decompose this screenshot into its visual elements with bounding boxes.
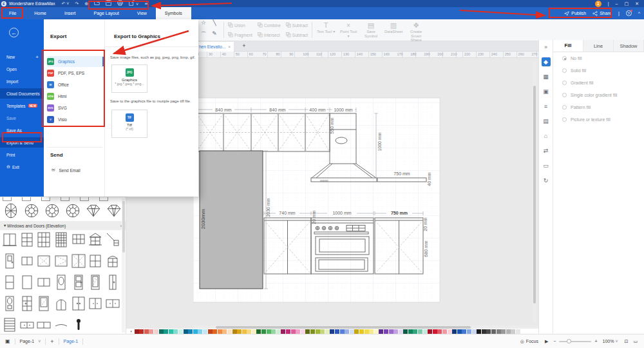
send-email-item[interactable]: ✉ Send Email (52, 168, 80, 173)
active-page-tab[interactable]: Page-1 (64, 339, 79, 343)
layers-icon[interactable]: ≡ (542, 102, 551, 111)
symbol-w2s[interactable] (19, 253, 36, 269)
color-swatch[interactable] (403, 329, 408, 334)
file-menu-item-new[interactable]: New+ (0, 52, 44, 62)
color-swatch[interactable] (340, 329, 345, 334)
symbol-paneld[interactable] (70, 274, 87, 291)
radio-icon[interactable] (562, 68, 567, 73)
symbol-ovali[interactable] (1, 295, 19, 312)
redo-icon[interactable]: ↷ (75, 1, 79, 7)
color-swatch[interactable] (472, 329, 477, 334)
color-swatch[interactable] (281, 329, 285, 334)
file-menu-item-cloud-documents[interactable]: Cloud Documents (0, 88, 44, 99)
symbol-widelow2[interactable] (35, 316, 53, 333)
symbol-ped[interactable] (87, 231, 104, 248)
symbol-w2v[interactable] (1, 274, 19, 291)
zoom-slider[interactable] (559, 341, 591, 342)
symbol-slimd[interactable] (104, 274, 121, 291)
page-thumbnails-icon[interactable]: ▣ (5, 338, 10, 344)
symbol-lamp[interactable] (104, 231, 121, 248)
symbol-wxl[interactable] (70, 253, 87, 269)
floorplan-icon[interactable]: ⌂ (542, 131, 551, 140)
document-tab[interactable]: hen Elevatio...× (196, 42, 234, 52)
color-swatch[interactable] (354, 329, 359, 334)
symbol-gd[interactable] (53, 231, 70, 248)
presentation-play-icon[interactable]: ▶ (545, 339, 548, 344)
color-swatch[interactable] (369, 329, 374, 334)
color-swatch[interactable] (139, 329, 144, 334)
color-swatch[interactable] (184, 329, 188, 334)
color-swatch[interactable] (423, 329, 428, 334)
star-shape-icon[interactable]: ☆ (198, 19, 209, 30)
color-swatch[interactable] (149, 329, 153, 334)
close-tab-icon[interactable]: × (228, 44, 231, 49)
color-swatch[interactable] (144, 329, 149, 334)
symbol-glassd[interactable] (35, 295, 53, 312)
color-swatch[interactable] (521, 329, 526, 334)
file-menu-item-open[interactable]: Open (0, 64, 44, 74)
symbol-archd[interactable] (53, 295, 70, 312)
share-button[interactable]: Share (592, 11, 612, 16)
color-swatch[interactable] (203, 329, 207, 334)
symbol-g23[interactable] (70, 231, 87, 248)
fill-option-solid-fill[interactable]: Solid fill (553, 64, 644, 77)
color-swatch[interactable] (418, 329, 422, 334)
focus-icon[interactable]: ◎ (520, 339, 524, 344)
fill-option-picture-or-texture-fill[interactable]: Picture or texture fill (553, 113, 644, 126)
color-swatch[interactable] (261, 329, 266, 334)
symbol-diamond[interactable] (85, 202, 102, 220)
color-swatch[interactable] (271, 329, 276, 334)
color-swatch[interactable] (169, 329, 173, 334)
tab-file[interactable]: File (0, 7, 25, 19)
export-format-office[interactable]: WOffice (47, 79, 104, 90)
symbol-wx[interactable] (35, 253, 53, 269)
symbol-gemround[interactable] (23, 202, 40, 220)
zoom-in-button[interactable]: + (594, 339, 597, 343)
color-swatch[interactable] (486, 329, 491, 334)
color-swatch[interactable] (286, 329, 290, 334)
color-swatch[interactable] (501, 329, 506, 334)
color-swatch[interactable] (296, 329, 300, 334)
symbol-diamond[interactable] (106, 202, 122, 220)
export-icon[interactable]: ˅ (129, 0, 138, 8)
color-swatch[interactable] (247, 329, 251, 334)
symbol-blank[interactable] (19, 274, 36, 291)
bool-op-combine-button[interactable]: Combine (258, 21, 281, 30)
pen-tool-icon[interactable]: ✎ (209, 30, 220, 41)
fullscreen-icon[interactable]: ⊡ (625, 339, 629, 344)
color-swatch[interactable] (452, 329, 457, 334)
tall-cabinet[interactable] (200, 151, 263, 289)
color-swatch[interactable] (491, 329, 496, 334)
file-menu-item-export-send[interactable]: Export & Send (0, 137, 44, 148)
picture-icon[interactable]: ▣ (542, 87, 551, 96)
tiff-export-card[interactable]: TIF Tiff (*.tif) (111, 110, 147, 138)
tab-fill[interactable]: Fill (553, 40, 583, 52)
symbol-library-icon[interactable]: ▦ (542, 72, 551, 81)
color-swatch[interactable] (135, 329, 139, 334)
tab-symbols[interactable]: Symbols (156, 7, 191, 19)
symbol-gemround[interactable] (64, 202, 81, 220)
color-swatch[interactable] (467, 329, 471, 334)
symbol-w2h[interactable] (35, 274, 53, 291)
symbol-g9[interactable] (35, 231, 53, 248)
file-menu-item-import[interactable]: Import (0, 76, 44, 86)
bool-op-intersect-button[interactable]: Intersect (258, 30, 281, 40)
file-menu-item-save[interactable]: Save (0, 113, 44, 123)
open-icon[interactable] (94, 0, 100, 8)
new-page-icon[interactable]: ⊕ (84, 1, 88, 7)
zoom-caret-icon[interactable]: ˅ (615, 339, 618, 343)
color-swatch[interactable] (305, 329, 310, 334)
color-swatch[interactable] (242, 329, 247, 334)
undo-icon[interactable]: ↶ ˅ (61, 1, 69, 7)
color-swatch[interactable] (428, 329, 432, 334)
color-swatch[interactable] (413, 329, 417, 334)
color-swatch[interactable] (433, 329, 437, 334)
symbol-dbl[interactable] (70, 295, 87, 312)
radio-icon[interactable] (562, 81, 567, 85)
color-swatch[interactable] (442, 329, 447, 334)
print-icon[interactable] (117, 0, 123, 8)
symbol-awning[interactable] (53, 316, 70, 333)
library-section-header[interactable]: ▾ Windows and Doors (Elevation) × (0, 221, 126, 230)
back-button[interactable]: ← (9, 28, 19, 37)
color-swatch[interactable] (497, 329, 501, 334)
